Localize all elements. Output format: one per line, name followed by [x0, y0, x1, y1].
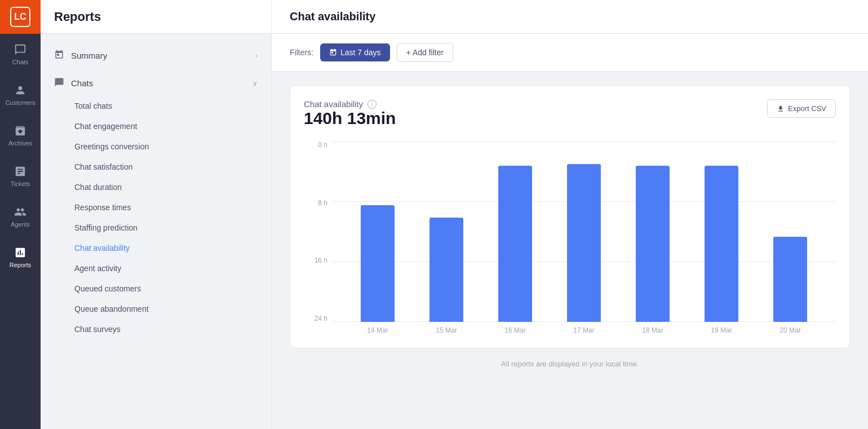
chats-chevron: ∨ [253, 79, 258, 87]
x-label: 15 Mar [429, 326, 463, 334]
submenu-chat-surveys[interactable]: Chat surveys [41, 319, 271, 339]
nav-label-customers: Customers [5, 99, 35, 106]
chart-card-header: Chat availability i 140h 13min Export CS… [304, 99, 836, 139]
submenu-agent-activity[interactable]: Agent activity [41, 258, 271, 278]
submenu-chat-duration[interactable]: Chat duration [41, 177, 271, 197]
bar-group [636, 166, 670, 322]
bar[interactable] [429, 218, 463, 322]
nav-item-reports[interactable]: Reports [0, 237, 41, 277]
chats-parent-label: Chats [71, 78, 246, 88]
nav-label-chats: Chats [12, 59, 29, 65]
menu-item-chats-parent[interactable]: Chats ∨ [41, 70, 271, 96]
left-panel: Reports Summary › Chats ∨ Total c [41, 0, 272, 429]
app-logo: LC [10, 7, 30, 27]
x-label: 17 Mar [567, 326, 601, 334]
summary-icon [54, 50, 64, 61]
nav-item-tickets[interactable]: Tickets [0, 156, 41, 196]
reports-icon [14, 246, 27, 259]
bar[interactable] [498, 166, 532, 322]
nav-menu: Summary › Chats ∨ Total chats Chat engag… [41, 34, 271, 351]
chart-card: Chat availability i 140h 13min Export CS… [290, 85, 850, 348]
bar[interactable] [567, 164, 601, 322]
submenu-chat-availability[interactable]: Chat availability [41, 238, 271, 258]
x-label: 16 Mar [498, 326, 532, 334]
tickets-icon [14, 165, 27, 178]
submenu-chat-engagement[interactable]: Chat engagement [41, 116, 271, 136]
logo-area[interactable]: LC [0, 0, 41, 34]
export-label: Export CSV [788, 104, 826, 113]
active-filter-label: Last 7 days [340, 48, 381, 57]
agents-icon [14, 205, 27, 219]
summary-label: Summary [71, 51, 249, 60]
customers-icon [14, 83, 27, 97]
x-label: 20 Mar [773, 326, 807, 334]
nav-item-chats[interactable]: Chats [0, 34, 41, 74]
archives-icon [14, 124, 27, 138]
chart-title: Chat availability [304, 99, 363, 109]
nav-item-agents[interactable]: Agents [0, 196, 41, 237]
bar-chart-container: 24 h 16 h 8 h 0 h [304, 141, 836, 334]
submenu-chat-satisfaction[interactable]: Chat satisfaction [41, 157, 271, 177]
x-label: 18 Mar [636, 326, 670, 334]
submenu-response-times[interactable]: Response times [41, 197, 271, 218]
chart-body [332, 141, 836, 322]
bar[interactable] [636, 166, 670, 322]
info-icon[interactable]: i [367, 100, 377, 109]
chart-footnote: All reports are displayed in your local … [290, 360, 850, 368]
nav-label-archives: Archives [8, 140, 32, 147]
last-7-days-filter[interactable]: Last 7 days [320, 43, 390, 61]
bar-group [429, 218, 463, 322]
y-label-24h: 24 h [304, 315, 327, 322]
nav-label-agents: Agents [11, 221, 30, 228]
filters-label: Filters: [290, 48, 313, 57]
bar-group [498, 166, 532, 322]
summary-chevron: › [255, 52, 258, 60]
bar-group [361, 205, 395, 322]
nav-item-customers[interactable]: Customers [0, 74, 41, 115]
icon-sidebar: LC Chats Customers Archives Tickets Agen… [0, 0, 41, 429]
nav-item-archives[interactable]: Archives [0, 115, 41, 156]
chart-grid: 24 h 16 h 8 h 0 h [304, 141, 836, 322]
y-axis: 24 h 16 h 8 h 0 h [304, 141, 332, 322]
bar[interactable] [773, 237, 807, 322]
export-csv-button[interactable]: Export CSV [767, 99, 836, 118]
page-title: Chat availability [290, 10, 375, 23]
chart-title-section: Chat availability i 140h 13min [304, 99, 396, 139]
x-label: 14 Mar [361, 326, 395, 334]
x-axis: 14 Mar15 Mar16 Mar17 Mar18 Mar19 Mar20 M… [332, 322, 836, 334]
main-header: Chat availability [272, 0, 868, 34]
submenu-total-chats[interactable]: Total chats [41, 96, 271, 116]
x-label: 19 Mar [705, 326, 738, 334]
menu-section-chats: Chats ∨ Total chats Chat engagement Gree… [41, 70, 271, 339]
submenu-staffing-prediction[interactable]: Staffing prediction [41, 218, 271, 238]
submenu-queued-customers[interactable]: Queued customers [41, 278, 271, 299]
bar-group [567, 164, 601, 322]
menu-section-summary: Summary › [41, 43, 271, 68]
y-label-0h: 0 h [304, 141, 327, 148]
submenu-queue-abandonment[interactable]: Queue abandonment [41, 299, 271, 319]
bar[interactable] [705, 166, 738, 322]
chats-menu-icon [54, 77, 64, 89]
submenu-greetings-conversion[interactable]: Greetings conversion [41, 136, 271, 157]
bar-group [705, 166, 738, 322]
chart-title-row: Chat availability i [304, 99, 396, 109]
bars-row [332, 141, 836, 322]
nav-label-reports: Reports [10, 262, 32, 268]
chats-icon [14, 43, 27, 56]
chart-area: Chat availability i 140h 13min Export CS… [272, 72, 868, 429]
nav-label-tickets: Tickets [11, 180, 30, 187]
chart-total-value: 140h 13min [304, 109, 396, 128]
bar[interactable] [361, 205, 395, 322]
filters-bar: Filters: Last 7 days + Add filter [272, 34, 868, 72]
chats-submenu: Total chats Chat engagement Greetings co… [41, 96, 271, 339]
y-label-8h: 8 h [304, 200, 327, 206]
menu-item-summary[interactable]: Summary › [41, 43, 271, 68]
main-content: Chat availability Filters: Last 7 days +… [272, 0, 868, 429]
left-panel-title: Reports [54, 10, 101, 24]
bar-group [773, 237, 807, 322]
y-label-16h: 16 h [304, 257, 327, 264]
left-panel-header: Reports [41, 0, 271, 34]
add-filter-button[interactable]: + Add filter [397, 43, 454, 62]
